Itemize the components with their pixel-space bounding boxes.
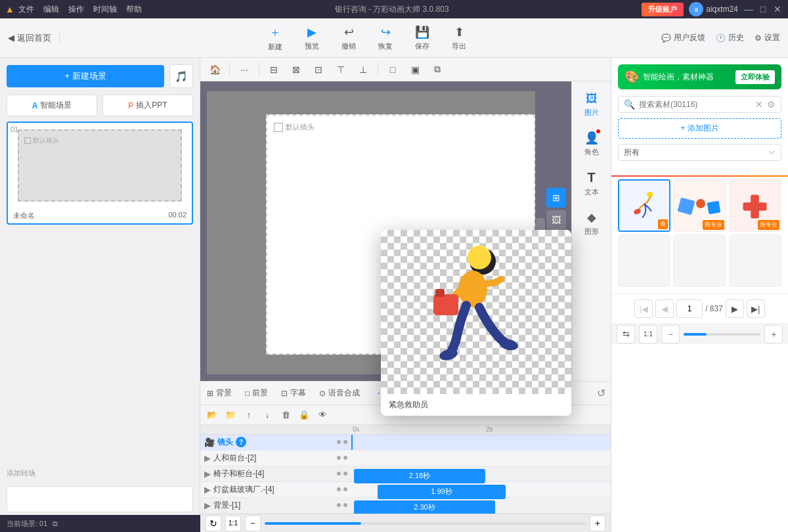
- asset-item-1[interactable]: 商: [618, 179, 670, 232]
- tool-align-right[interactable]: ⊡: [309, 60, 328, 79]
- music-button[interactable]: 🎵: [169, 64, 193, 88]
- zoom-fit-button[interactable]: 1:1: [225, 516, 241, 531]
- loop-asset-button[interactable]: ⇆: [617, 325, 635, 344]
- save-button[interactable]: 💾 保存: [405, 21, 440, 55]
- tool-duplicate[interactable]: ⧉: [428, 60, 447, 79]
- asset-item-5[interactable]: [673, 234, 726, 287]
- prev-page-button[interactable]: ◀: [655, 299, 674, 318]
- menu-edit[interactable]: 编辑: [43, 4, 59, 15]
- tl-move-up[interactable]: ↑: [241, 407, 257, 423]
- asset-item-4[interactable]: [618, 234, 670, 287]
- first-page-button[interactable]: |◀: [634, 299, 653, 318]
- minimize-button[interactable]: —: [743, 4, 754, 14]
- tab-shape[interactable]: ◆ 图形: [575, 205, 608, 242]
- new-scene-button[interactable]: + 新建场景: [7, 65, 164, 87]
- tab-image[interactable]: 🖼 图片: [575, 87, 608, 123]
- clear-search-icon[interactable]: ✕: [755, 99, 763, 110]
- menu-bar[interactable]: 文件 编辑 操作 时间轴 帮助: [18, 4, 142, 15]
- tab-foreground[interactable]: □ 前景: [244, 385, 269, 401]
- image-tool-button[interactable]: 🖼: [546, 210, 566, 230]
- tool-paste[interactable]: ▣: [406, 60, 424, 79]
- track-dot-h2[interactable]: [343, 456, 347, 460]
- close-button[interactable]: ✕: [772, 4, 783, 14]
- add-transition[interactable]: 添加转场: [0, 466, 200, 483]
- ai-experience-button[interactable]: 立即体验: [735, 70, 775, 84]
- redo-button[interactable]: ↪ 恢复: [368, 21, 403, 55]
- asset-grid: 商 商专业 商专业: [611, 179, 788, 294]
- asset-item-3[interactable]: 商专业: [729, 179, 781, 232]
- search-input[interactable]: [639, 100, 751, 109]
- track-dot-c2[interactable]: [343, 472, 347, 476]
- fit-asset-button[interactable]: 1:1: [639, 325, 657, 344]
- menu-help[interactable]: 帮助: [126, 4, 142, 15]
- tool-more[interactable]: ···: [235, 60, 253, 79]
- category-select[interactable]: 所有: [618, 144, 781, 161]
- running-figure-small: [626, 189, 663, 225]
- tab-voice[interactable]: ⊙ 语音合成: [318, 385, 361, 401]
- last-page-button[interactable]: ▶|: [747, 299, 765, 318]
- zoom-out-button[interactable]: －: [245, 516, 261, 531]
- asset-item-2[interactable]: 商专业: [673, 179, 726, 232]
- page-input[interactable]: [676, 299, 703, 318]
- tool-align-top[interactable]: ⊤: [332, 60, 350, 79]
- back-button[interactable]: ◀ 返回首页: [8, 32, 60, 44]
- zoom-in-asset-button[interactable]: ＋: [764, 325, 783, 344]
- tab-text[interactable]: T 文本: [575, 165, 608, 202]
- track-bg-block[interactable]: 2.30秒: [354, 500, 495, 514]
- filter-icon[interactable]: ⚙: [767, 99, 776, 110]
- ai-scene-button[interactable]: A 智能场景: [7, 95, 97, 116]
- track-dot-c1[interactable]: [337, 472, 341, 476]
- track-chair-block[interactable]: 2.18秒: [354, 469, 485, 483]
- track-dot-1[interactable]: [337, 440, 341, 444]
- tool-align-left[interactable]: ⊟: [265, 60, 283, 79]
- maximize-button[interactable]: □: [758, 4, 768, 14]
- zoom-in-button[interactable]: ＋: [590, 516, 605, 531]
- track-light-block[interactable]: 1.99秒: [378, 485, 506, 499]
- track-dot-b1[interactable]: [337, 503, 341, 507]
- preview-button[interactable]: ▶ 预览: [294, 21, 330, 55]
- next-page-button[interactable]: ▶: [726, 299, 744, 318]
- track-dot-l1[interactable]: [337, 487, 341, 491]
- tab-background[interactable]: ⊞ 背景: [206, 385, 233, 401]
- app-title: 银行咨询 - 万彩动画大师 3.0.803: [335, 4, 449, 15]
- menu-timeline[interactable]: 时间轴: [93, 4, 117, 15]
- track-help-icon[interactable]: ?: [236, 437, 246, 447]
- tl-lock[interactable]: 🔒: [296, 407, 312, 423]
- select-tool-button[interactable]: ⊞: [546, 188, 566, 208]
- tl-new-folder[interactable]: 📁: [223, 407, 238, 423]
- timeline-refresh-button[interactable]: ↺: [597, 387, 605, 399]
- export-button[interactable]: ⬆ 导出: [441, 21, 477, 55]
- tool-home[interactable]: 🏠: [206, 60, 224, 79]
- tool-align-bottom[interactable]: ⊥: [354, 60, 372, 79]
- window-controls[interactable]: — □ ✕: [743, 4, 783, 14]
- loop-button[interactable]: ↻: [206, 516, 221, 531]
- track-dot-2[interactable]: [343, 440, 347, 444]
- upgrade-button[interactable]: 升级账户: [642, 3, 684, 16]
- tl-delete[interactable]: 🗑: [278, 407, 294, 423]
- tl-move-down[interactable]: ↓: [259, 407, 275, 423]
- new-button[interactable]: ＋ 新建: [257, 20, 293, 56]
- tab-character[interactable]: 👤 角色: [575, 125, 608, 162]
- asset-zoom-slider[interactable]: [684, 333, 760, 336]
- tool-align-center[interactable]: ⊠: [287, 60, 305, 79]
- menu-file[interactable]: 文件: [18, 4, 34, 15]
- zoom-out-asset-button[interactable]: －: [661, 325, 680, 344]
- insert-ppt-button[interactable]: P 插入PPT: [102, 95, 193, 116]
- tl-visible[interactable]: 👁: [315, 407, 330, 423]
- undo-button[interactable]: ↩ 撤销: [331, 21, 366, 55]
- tl-open-folder[interactable]: 📂: [204, 407, 220, 423]
- track-dot-l2[interactable]: [343, 487, 347, 491]
- tool-copy[interactable]: □: [383, 60, 402, 79]
- track-dot-b2[interactable]: [343, 503, 347, 507]
- menu-operate[interactable]: 操作: [68, 4, 84, 15]
- zoom-slider[interactable]: [265, 522, 586, 525]
- history-button[interactable]: 🕐 历史: [716, 32, 744, 43]
- scene-item[interactable]: 01 默认镜头 未命名 00:02: [7, 122, 193, 225]
- add-image-button[interactable]: + 添加图片: [618, 118, 781, 139]
- asset-item-6[interactable]: [729, 234, 781, 287]
- copy-scene-icon[interactable]: ⧉: [53, 520, 58, 528]
- feedback-button[interactable]: 💬 用户反馈: [661, 32, 705, 43]
- tab-subtitle[interactable]: ⊡ 字幕: [280, 385, 307, 401]
- track-dot-h1[interactable]: [337, 456, 341, 460]
- settings-button[interactable]: ⚙ 设置: [755, 32, 780, 43]
